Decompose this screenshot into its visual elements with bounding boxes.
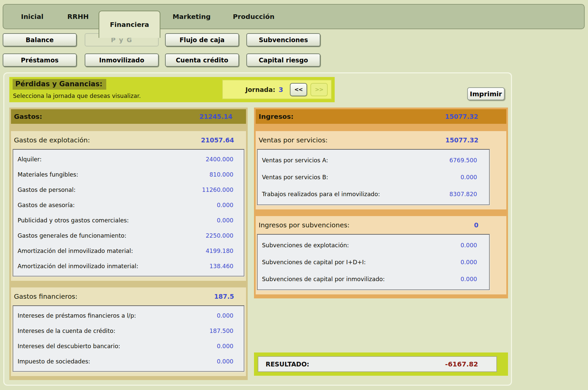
- table-row: Intereses de la cuenta de crédito: 187.5…: [13, 323, 244, 339]
- prestamos-button[interactable]: Préstamos: [3, 53, 77, 67]
- table-row: Gastos generales de funcionamiento: 2250…: [13, 228, 244, 243]
- row-label: Trabajos realizados para el inmovilizado…: [258, 191, 380, 197]
- ingresos-column: Ingresos: 15077.32 Ventas por servicios:…: [254, 108, 508, 380]
- tab-rrhh[interactable]: RRHH: [56, 5, 100, 29]
- table-row: Materiales fungibles: 810.000: [13, 167, 244, 182]
- gastos-financieros-section: Gastos financieros: 187.5 Intereses de p…: [11, 287, 246, 376]
- row-value: 0.000: [217, 312, 244, 319]
- tab-produccion[interactable]: Producción: [224, 5, 284, 29]
- section-title: Gastos de explotación:: [11, 136, 90, 144]
- subvenciones-section: Ingresos por subvenciones: 0 Subvencione…: [256, 216, 506, 294]
- balance-button[interactable]: Balance: [3, 33, 77, 46]
- row-label: Amortización del inmovilizado inmaterial…: [13, 263, 138, 270]
- subvenciones-button[interactable]: Subvenciones: [246, 33, 320, 46]
- table-row: Publicidad y otros gastos comerciales: 0…: [13, 213, 244, 228]
- pyg-columns: Gastos: 21245.14 Gastos de explotación: …: [9, 108, 508, 380]
- row-label: Gastos de asesoría:: [13, 202, 75, 208]
- previous-jornada-button[interactable]: <<: [290, 83, 307, 96]
- capital-riesgo-button[interactable]: Capital riesgo: [246, 53, 320, 67]
- gastos-financieros-box: Intereses de préstamos financieros a l/p…: [13, 305, 244, 372]
- tab-financiera[interactable]: Financiera: [99, 11, 160, 38]
- row-value: 0.000: [461, 276, 489, 282]
- ingresos-total-bar: Ingresos: 15077.32: [256, 109, 506, 124]
- row-value: 0.000: [461, 242, 489, 249]
- gastos-total-bar: Gastos: 21245.14: [11, 109, 246, 124]
- table-row: Gastos de personal: 11260.000: [13, 182, 244, 197]
- row-value: 2250.000: [206, 232, 244, 239]
- row-value: 8307.820: [449, 191, 489, 197]
- section-title: Ventas por servicios:: [256, 136, 328, 144]
- inmovilizado-button[interactable]: Inmovilizado: [85, 53, 159, 67]
- section-total: 21057.64: [201, 136, 246, 144]
- jornada-value: 3: [279, 86, 283, 94]
- ventas-servicios-box: Ventas por servicios A: 6769.500 Ventas …: [257, 149, 490, 205]
- section-header: Ventas por servicios: 15077.32: [256, 131, 506, 149]
- ingresos-total-value: 15077.32: [445, 113, 506, 120]
- cuenta-credito-button[interactable]: Cuenta crédito: [165, 53, 239, 67]
- section-title: Gastos financieros:: [11, 292, 77, 300]
- gastos-total-value: 21245.14: [199, 113, 246, 120]
- row-label: Impuesto de sociedades:: [13, 358, 90, 365]
- gastos-title: Gastos:: [11, 113, 42, 120]
- table-row: Alquiler: 2400.000: [13, 152, 244, 167]
- row-label: Intereses de préstamos financieros a l/p…: [13, 312, 136, 319]
- table-row: Amortización del inmovilizado material: …: [13, 243, 244, 259]
- row-label: Ventas por servicios A:: [258, 157, 328, 164]
- resultado-value: -6167.82: [445, 360, 496, 368]
- row-value: 11260.000: [202, 187, 244, 193]
- gastos-explotacion-section: Gastos de explotación: 21057.64 Alquiler…: [11, 131, 246, 281]
- row-value: 138.460: [210, 263, 244, 270]
- row-label: Subvenciones de capital por I+D+I:: [258, 259, 366, 266]
- row-value: 6769.500: [449, 157, 489, 164]
- jornada-label: Jornada:: [245, 86, 275, 93]
- row-value: 187.500: [210, 328, 244, 334]
- row-value: 0.000: [217, 358, 244, 365]
- page-subtitle: Selecciona la jornada que deseas visuali…: [13, 93, 141, 99]
- resultado-box: RESULTADO: -6167.82: [258, 356, 497, 372]
- imprimir-button[interactable]: Imprimir: [467, 87, 505, 100]
- section-header: Gastos financieros: 187.5: [11, 287, 246, 305]
- row-label: Ventas por servicios B:: [258, 174, 328, 181]
- subvenciones-box: Subvenciones de explotación: 0.000 Subve…: [257, 234, 490, 290]
- section-total: 15077.32: [445, 136, 506, 144]
- pyg-panel: Pérdidas y Ganancias: Selecciona la jorn…: [3, 72, 512, 386]
- table-row: Subvenciones de capital por inmovilizado…: [258, 271, 489, 287]
- row-value: 2400.000: [206, 156, 244, 163]
- table-row: Subvenciones de explotación: 0.000: [258, 237, 489, 254]
- row-value: 0.000: [217, 217, 244, 224]
- section-title: Ingresos por subvenciones:: [256, 221, 350, 229]
- tab-inicial[interactable]: Inicial: [11, 5, 54, 29]
- table-row: Ventas por servicios A: 6769.500: [258, 152, 489, 169]
- table-row: Intereses del descubierto bancario: 0.00…: [13, 339, 244, 354]
- row-value: 810.000: [210, 171, 244, 178]
- top-tab-bar: Inicial RRHH Financiera Marketing Produc…: [3, 4, 585, 29]
- gastos-explotacion-box: Alquiler: 2400.000 Materiales fungibles:…: [13, 149, 244, 276]
- row-label: Gastos de personal:: [13, 187, 76, 193]
- gastos-container: Gastos: 21245.14 Gastos de explotación: …: [9, 108, 248, 380]
- row-label: Publicidad y otros gastos comerciales:: [13, 217, 129, 224]
- ventas-servicios-section: Ventas por servicios: 15077.32 Ventas po…: [256, 131, 506, 209]
- resultado-bar: RESULTADO: -6167.82: [254, 352, 508, 376]
- pyg-header: Pérdidas y Ganancias: Selecciona la jorn…: [9, 77, 335, 102]
- flujo-de-caja-button[interactable]: Flujo de caja: [165, 33, 239, 46]
- row-value: 0.000: [461, 174, 489, 181]
- table-row: Impuesto de sociedades: 0.000: [13, 354, 244, 369]
- row-label: Intereses de la cuenta de crédito:: [13, 328, 115, 334]
- row-label: Alquiler:: [13, 156, 42, 163]
- table-row: Ventas por servicios B: 0.000: [258, 169, 489, 186]
- tab-marketing[interactable]: Marketing: [165, 5, 218, 29]
- row-label: Intereses del descubierto bancario:: [13, 343, 120, 350]
- table-row: Subvenciones de capital por I+D+I: 0.000: [258, 254, 489, 271]
- section-header: Gastos de explotación: 21057.64: [11, 131, 246, 149]
- next-jornada-button[interactable]: >>: [310, 83, 328, 96]
- row-label: Subvenciones de explotación:: [258, 242, 349, 249]
- section-total: 187.5: [214, 293, 246, 300]
- gastos-column: Gastos: 21245.14 Gastos de explotación: …: [9, 108, 248, 380]
- jornada-selector: Jornada: 3 << >>: [222, 80, 332, 99]
- row-value: 0.000: [217, 202, 244, 208]
- table-row: Trabajos realizados para el inmovilizado…: [258, 186, 489, 202]
- row-value: 0.000: [217, 343, 244, 350]
- row-label: Amortización del inmovilizado material:: [13, 248, 133, 254]
- ingresos-title: Ingresos:: [256, 113, 294, 120]
- section-total: 0: [474, 221, 506, 229]
